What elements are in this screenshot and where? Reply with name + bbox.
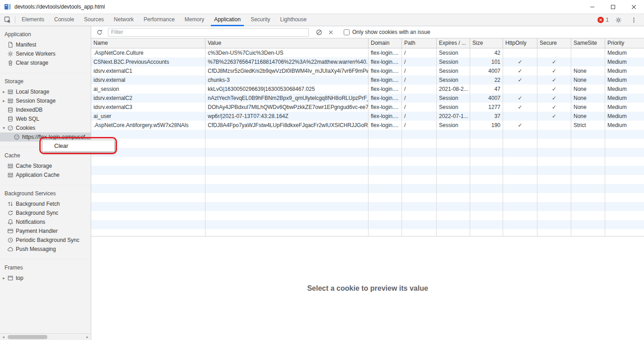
sidebar-item-cache-storage[interactable]: Cache Storage — [0, 161, 91, 170]
cell-secure — [537, 229, 571, 236]
cell-secure — [537, 148, 571, 157]
column-header-size[interactable]: Size — [470, 38, 503, 48]
sidebar-item-label: Service Workers — [16, 51, 56, 57]
cell-secure — [537, 48, 571, 57]
sidebar-item-session-storage[interactable]: ▸Session Storage — [0, 96, 91, 105]
cell-httponly — [503, 193, 537, 202]
cookie-row-aspnetcore-culture[interactable]: .AspNetCore.Culturec%3Den-US%7Cuic%3Den-… — [91, 48, 644, 57]
column-header-value[interactable]: Value — [205, 38, 369, 48]
cookie-row-csnext-b2c-previousaccounts[interactable]: CSNext.B2C.PreviousAccounts%7B%226376564… — [91, 57, 644, 66]
filter-input[interactable] — [108, 28, 309, 37]
sidebar-item-background-sync[interactable]: Background Sync — [0, 208, 91, 217]
cell-expires: Session — [437, 76, 470, 85]
scrollbar-thumb[interactable] — [8, 335, 47, 339]
scroll-left-icon[interactable]: ◄ — [0, 334, 7, 340]
sidebar-item-application-cache[interactable]: Application Cache — [0, 170, 91, 179]
sidebar-item-service-workers[interactable]: Service Workers — [0, 49, 91, 58]
column-header-secure[interactable]: Secure — [537, 38, 571, 48]
delete-selected-icon[interactable] — [325, 27, 336, 38]
cell-value: CfDJ8Mzsr5zGledKni2b9qwVzDl0IBWM4Iv_mJUI… — [205, 66, 369, 76]
column-header-samesite[interactable]: SameSite — [571, 38, 605, 48]
cell-name: ai_user — [91, 112, 205, 121]
sidebar-item-background-fetch[interactable]: Background Fetch — [0, 199, 91, 208]
sidebar-item-label: Session Storage — [16, 98, 56, 104]
inspect-element-button[interactable] — [2, 14, 14, 25]
tab-performance[interactable]: Performance — [139, 14, 180, 26]
column-header-httponly[interactable]: HttpOnly — [503, 38, 537, 48]
tab-memory[interactable]: Memory — [180, 14, 209, 26]
storage-grid-icon — [7, 98, 14, 104]
sidebar-item-cookies[interactable]: ▾Cookies — [0, 123, 91, 132]
tab-console[interactable]: Console — [49, 14, 79, 26]
cell-name — [91, 220, 205, 229]
cookie-row-ai-session[interactable]: ai_sessionkkLvG|1630050296639|1630053068… — [91, 85, 644, 94]
more-options-icon[interactable] — [628, 14, 639, 25]
column-header-domain[interactable]: Domain — [369, 38, 402, 48]
clear-all-cookies-icon[interactable] — [313, 27, 325, 38]
column-header-path[interactable]: Path — [402, 38, 437, 48]
sidebar-section-storage: Storage▸Local Storage▸Session StorageInd… — [0, 73, 91, 147]
column-header-expires[interactable]: Expires / ... — [437, 38, 470, 48]
cell-path — [402, 166, 437, 175]
cookie-row-ai-user[interactable]: ai_userwp6r/|2021-07-13T07:43:28.164Zfle… — [91, 112, 644, 121]
column-header-priority[interactable]: Priority — [605, 38, 644, 48]
cell-value — [205, 175, 369, 184]
tab-elements[interactable]: Elements — [17, 14, 49, 26]
cookie-row-aspnetcore-antiforgery-w5w7x28nals[interactable]: .AspNetCore.Antiforgery.w5W7x28NAlsCfDJ8… — [91, 121, 644, 130]
tab-security[interactable]: Security — [246, 14, 275, 26]
cookie-row-idsrv-externalc2[interactable]: idsrv.externalC2nAztYechTevqEL0B9hFBNm2B… — [91, 94, 644, 103]
sidebar-item-web-sql[interactable]: Web SQL — [0, 114, 91, 123]
cell-expires — [437, 139, 470, 148]
error-badge[interactable]: 1 — [597, 17, 609, 23]
tab-network[interactable]: Network — [109, 14, 139, 26]
close-button[interactable] — [623, 0, 644, 14]
refresh-icon[interactable] — [93, 27, 105, 38]
cell-priority: Medium — [605, 76, 644, 85]
sidebar-item-manifest[interactable]: Manifest — [0, 40, 91, 49]
clear-storage-icon — [7, 60, 14, 66]
sidebar-item-periodic-background-sync[interactable]: Periodic Background Sync — [0, 236, 91, 245]
cell-samesite: Strict — [571, 121, 605, 130]
issue-checkbox[interactable] — [344, 29, 350, 35]
sidebar-item-label: Background Sync — [16, 210, 58, 216]
devtools-toolbar: ElementsConsoleSourcesNetworkPerformance… — [0, 14, 644, 26]
preview-placeholder: Select a cookie to preview its value — [307, 284, 428, 293]
scroll-right-icon[interactable]: ► — [84, 334, 91, 340]
tab-sources[interactable]: Sources — [79, 14, 109, 26]
cell-name — [91, 202, 205, 211]
chevron-right-icon[interactable]: ▸ — [0, 276, 6, 280]
sidebar-item-label: Background Fetch — [16, 201, 60, 207]
cookie-row-idsrv-externalc1[interactable]: idsrv.externalC1CfDJ8Mzsr5zGledKni2b9qwV… — [91, 66, 644, 76]
issue-filter[interactable]: Only show cookies with an issue — [344, 29, 430, 35]
settings-gear-icon[interactable] — [612, 14, 624, 25]
chevron-right-icon[interactable]: ▸ — [0, 90, 6, 94]
sidebar-item-push-messaging[interactable]: Push Messaging — [0, 245, 91, 254]
sidebar-item-top[interactable]: ▸top — [0, 274, 91, 283]
cell-expires: Session — [437, 103, 470, 112]
cell-secure: ✓ — [537, 112, 571, 121]
database-icon — [7, 107, 14, 113]
issue-checkbox-label: Only show cookies with an issue — [352, 29, 430, 35]
column-header-name[interactable]: Name — [91, 38, 205, 48]
cookie-row-idsrv-externalc3[interactable]: idsrv.externalC3DOhAy4JPBdxuI7MtLhQWDv6Q… — [91, 103, 644, 112]
tab-application[interactable]: Application — [209, 14, 246, 26]
sidebar-item-clear-storage[interactable]: Clear storage — [0, 58, 91, 67]
sidebar-item-indexeddb[interactable]: IndexedDB — [0, 105, 91, 114]
cookie-row-idsrv-external[interactable]: idsrv.externalchunks-3flex-login..../Ses… — [91, 76, 644, 85]
chevron-down-icon[interactable]: ▾ — [0, 126, 6, 130]
tab-lighthouse[interactable]: Lighthouse — [275, 14, 312, 26]
chevron-right-icon[interactable]: ▸ — [0, 99, 6, 103]
sidebar-item-local-storage[interactable]: ▸Local Storage — [0, 87, 91, 96]
sidebar-horizontal-scrollbar[interactable]: ◄ ► — [0, 333, 91, 340]
cell-priority: Medium — [605, 94, 644, 103]
sidebar-item-payment-handler[interactable]: Payment Handler — [0, 227, 91, 236]
cell-name — [91, 184, 205, 193]
cell-path — [402, 148, 437, 157]
storage-grid-icon — [7, 172, 14, 179]
context-menu-item-clear[interactable]: Clear — [42, 141, 114, 151]
maximize-button[interactable] — [602, 0, 623, 14]
cell-secure — [537, 193, 571, 202]
sidebar-item-notifications[interactable]: Notifications — [0, 217, 91, 227]
minimize-button[interactable] — [582, 0, 602, 14]
cell-expires: Session — [437, 57, 470, 66]
